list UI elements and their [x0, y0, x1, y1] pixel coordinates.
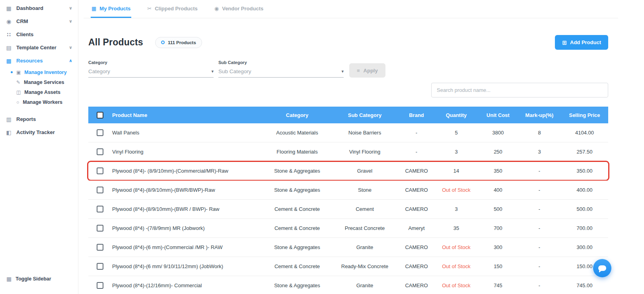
row-checkbox[interactable] — [97, 206, 103, 212]
subcategory-select-value: Sub Category — [218, 68, 251, 74]
row-select-cell — [88, 263, 111, 270]
category-cell: Cement & Concrete — [263, 225, 331, 231]
table-row[interactable]: Plywood (8*4)-(12/16mm)- CommercialStone… — [88, 276, 608, 294]
sidebar-item-crm[interactable]: ◉CRM∨ — [0, 15, 78, 28]
markup-cell: - — [518, 187, 561, 193]
sidebar-item-clients[interactable]: ∷Clients — [0, 28, 78, 41]
product-count-label: 111 Products — [168, 40, 196, 45]
unit-cost-cell: 500 — [478, 206, 518, 212]
column-header: Sub Category — [331, 112, 399, 118]
category-cell: Stone & Aggregates — [263, 282, 331, 288]
chat-button[interactable] — [593, 259, 611, 277]
subcategory-select[interactable]: Sub Category ▾ — [218, 68, 344, 78]
selling-price-cell: 300.00 — [561, 244, 608, 250]
crm-icon: ◉ — [6, 18, 12, 25]
row-checkbox[interactable] — [97, 244, 103, 251]
category-cell: Stone & Aggregates — [263, 187, 331, 193]
circle-icon — [161, 41, 165, 44]
table-row[interactable]: Vinyl FlooringFlooring MaterialsVinyl Fl… — [88, 142, 608, 162]
tab-clipped-products[interactable]: ✂Clipped Products — [146, 0, 198, 18]
quantity-cell: 5 — [434, 130, 478, 136]
main-area: ▦My Products✂Clipped Products◉Vendor Pro… — [78, 0, 644, 294]
template-center-icon: ▤ — [6, 45, 12, 51]
product-name-cell: Plywood (8*4)-(12/16mm)- Commercial — [111, 282, 263, 288]
quantity-cell: 3 — [434, 149, 478, 155]
unit-cost-cell: 3800 — [478, 130, 518, 136]
row-checkbox[interactable] — [97, 187, 103, 193]
sidebar-item-template-center[interactable]: ▤Template Center∨ — [0, 41, 78, 54]
sidebar-item-activity-tracker[interactable]: ◧Activity Tracker — [0, 126, 78, 139]
table-row[interactable]: Plywood (8*4)- (8/9/10mm)-(Commercial/MR… — [88, 162, 608, 181]
sidebar-subitem-label: Manage Assets — [24, 90, 60, 95]
table-header-row: Product NameCategorySub CategoryBrandQua… — [88, 107, 608, 123]
sidebar-item-label: Dashboard — [16, 5, 43, 11]
sidebar-item-dashboard[interactable]: ▦Dashboard∨ — [0, 2, 78, 15]
product-name-cell: Plywood (8*4)-(8/9/10mm)-(BWR / BWP)- Ra… — [111, 206, 263, 212]
assets-icon: ◫ — [16, 90, 21, 95]
table-row[interactable]: Plywood (8*4) -(7/8/9mm) MR (Jobwork)Cem… — [88, 219, 608, 238]
sidebar-item-label: CRM — [16, 18, 28, 24]
product-name-cell: Plywood (8*4)-(8/9/10mm)-(BWR/BWP)-Raw — [111, 187, 263, 193]
product-name-cell: Plywood (8*4)-(6 mm/ 9/10/11/12mm) (JobW… — [111, 263, 263, 269]
sidebar-subitem-manage-inventory[interactable]: ▣Manage Inventory — [0, 67, 78, 77]
add-product-button[interactable]: ⊞ Add Product — [555, 35, 608, 50]
tab-label: My Products — [99, 6, 130, 12]
clients-icon: ∷ — [6, 31, 12, 38]
category-cell: Stone & Aggregates — [263, 244, 331, 250]
table-row[interactable]: Plywood (8*4)-(6 mm)-(Commercial /MR )- … — [88, 238, 608, 257]
brand-cell: CAMERO — [399, 206, 434, 212]
row-select-cell — [88, 244, 111, 251]
row-checkbox[interactable] — [97, 148, 103, 155]
row-checkbox[interactable] — [97, 129, 103, 136]
row-checkbox[interactable] — [97, 167, 103, 174]
column-header: Category — [263, 112, 331, 118]
sidebar-item-label: Activity Tracker — [16, 129, 55, 135]
sidebar-item-label: Resources — [16, 58, 43, 64]
sidebar-item-reports[interactable]: ▥Reports — [0, 113, 78, 126]
search-input[interactable] — [431, 83, 608, 97]
table-row[interactable]: Plywood (8*4)-(8/9/10mm)-(BWR/BWP)-RawSt… — [88, 181, 608, 200]
markup-cell: - — [518, 168, 561, 174]
category-filter-field: Category Category ▾ — [88, 60, 214, 78]
row-checkbox[interactable] — [97, 263, 103, 270]
table-row[interactable]: Wall PanelsAcoustic MaterialsNoise Barri… — [88, 123, 608, 142]
sidebar-subitem-manage-assets[interactable]: ◫Manage Assets — [0, 87, 78, 97]
product-name-cell: Wall Panels — [111, 130, 263, 136]
brand-cell: CAMERO — [399, 263, 434, 269]
sidebar-subitem-manage-workers[interactable]: ○Manage Workers — [0, 97, 78, 107]
brand-cell: CAMERO — [399, 282, 434, 288]
unit-cost-cell: 400 — [478, 187, 518, 193]
table-row[interactable]: Plywood (8*4)-(6 mm/ 9/10/11/12mm) (JobW… — [88, 257, 608, 276]
row-checkbox[interactable] — [97, 282, 103, 289]
tab-vendor-products[interactable]: ◉Vendor Products — [214, 0, 264, 18]
row-select-cell — [88, 282, 111, 289]
category-select[interactable]: Category ▾ — [88, 68, 214, 78]
brand-cell: CAMERO — [399, 244, 434, 250]
select-all-checkbox[interactable] — [97, 112, 103, 119]
quantity-cell: 14 — [434, 168, 478, 174]
toggle-sidebar-button[interactable]: ▦ Toggle Sidebar — [6, 276, 51, 282]
row-checkbox[interactable] — [97, 225, 103, 232]
sliders-icon: ≡ — [357, 68, 360, 74]
select-all-cell — [88, 112, 111, 119]
category-cell: Stone & Aggregates — [263, 168, 331, 174]
sub-category-cell: Vinyl Flooring — [331, 149, 399, 155]
inventory-icon: ▣ — [16, 70, 21, 75]
chat-icon — [598, 265, 606, 271]
sidebar-item-label: Clients — [16, 31, 33, 37]
tab-label: Vendor Products — [222, 6, 263, 12]
sidebar-subitem-manage-services[interactable]: ✎Manage Services — [0, 77, 78, 87]
workers-icon: ○ — [16, 99, 19, 105]
table-row[interactable]: Plywood (8*4)-(8/9/10mm)-(BWR / BWP)- Ra… — [88, 200, 608, 219]
header-row: All Products 111 Products ⊞ Add Product — [88, 35, 608, 50]
reports-icon: ▥ — [6, 116, 12, 123]
markup-cell: - — [518, 244, 561, 250]
tab-my-products[interactable]: ▦My Products — [91, 0, 131, 18]
sidebar-item-label: Reports — [16, 116, 36, 122]
sidebar-subitem-label: Manage Services — [24, 80, 64, 85]
apply-button[interactable]: ≡ Apply — [349, 63, 385, 78]
sidebar-item-resources[interactable]: ▩Resources∧ — [0, 54, 78, 67]
markup-cell: - — [518, 263, 561, 269]
row-select-cell — [88, 225, 111, 232]
resources-icon: ▩ — [6, 58, 12, 64]
